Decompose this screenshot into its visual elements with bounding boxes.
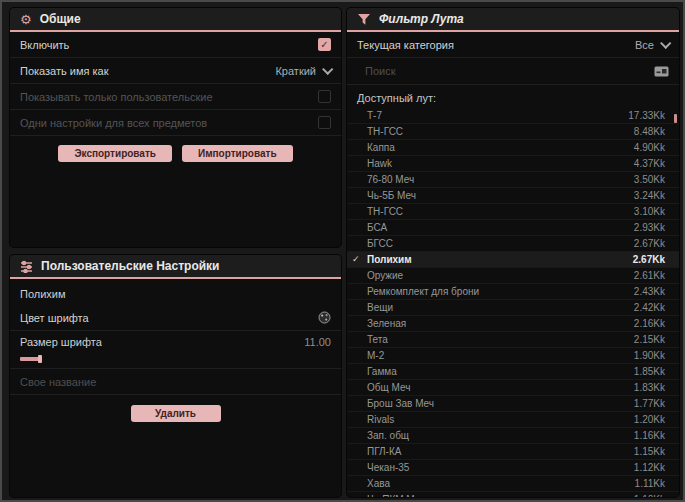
loot-item-row[interactable]: ✓ ТН-ГСС 8.48Kk [347, 124, 679, 140]
loot-item-row[interactable]: ✓ 76-80 Меч 3.50Kk [347, 172, 679, 188]
enable-checkbox[interactable]: ✓ [318, 38, 331, 51]
loot-item-name: Чекан-35 [367, 462, 409, 473]
loot-item-value: 3.24Kk [634, 190, 665, 201]
font-size-header: Размер шрифта 11.00 [20, 336, 331, 348]
loot-filter-header: Фильтр Лута [347, 8, 679, 32]
loot-item-row[interactable]: ✓ Общ Меч 1.83Kk [347, 380, 679, 396]
loot-item-row[interactable]: ✓ Чь-ПКМ Меч 1.10Kk [347, 492, 679, 497]
chevron-down-icon [322, 63, 333, 74]
loot-item-name: Гамма [367, 366, 397, 377]
loot-item-row[interactable]: ✓ Гамма 1.85Kk [347, 364, 679, 380]
loot-item-name: Тета [367, 334, 388, 345]
loot-item-value: 2.61Kk [634, 270, 665, 281]
loot-item-row[interactable]: ✓ Hawk 4.37Kk [347, 156, 679, 172]
loot-item-row[interactable]: ✓ Rivals 1.20Kk [347, 412, 679, 428]
selected-item-name: Полихим [10, 279, 341, 305]
loot-item-row[interactable]: ✓ Чь-5Б Меч 3.24Kk [347, 188, 679, 204]
loot-item-value: 4.37Kk [634, 158, 665, 169]
enable-label: Включить [20, 39, 69, 51]
check-icon: ✓ [352, 253, 360, 266]
loot-item-name: М-2 [367, 350, 384, 361]
loot-item-value: 1.16Kk [634, 430, 665, 441]
loot-item-value: 2.93Kk [634, 222, 665, 233]
slider-handle[interactable] [38, 355, 42, 363]
general-panel-header: ⚙ Общие [10, 8, 341, 32]
gear-icon: ⚙ [20, 13, 32, 26]
show-name-dropdown[interactable]: Краткий [275, 65, 331, 77]
category-dropdown[interactable]: Все [635, 39, 669, 51]
import-button[interactable]: Импортировать [182, 145, 293, 162]
enable-row: Включить ✓ [10, 32, 341, 58]
loot-item-value: 3.50Kk [634, 174, 665, 185]
delete-button[interactable]: Удалить [131, 405, 221, 422]
loot-item-row[interactable]: ✓ Ремкомплект для брони 2.43Kk [347, 284, 679, 300]
loot-item-row[interactable]: ✓ БГСС 2.67Kk [347, 236, 679, 252]
loot-item-name: Чь-ПКМ Меч [367, 494, 425, 497]
loot-item-value: 1.15Kk [634, 446, 665, 457]
loot-item-row[interactable]: ✓ Вещи 2.42Kk [347, 300, 679, 316]
loot-list: ✓ Т-7 17.33Kk ✓ ТН-ГСС 8.48Kk ✓ Каппа 4.… [347, 108, 679, 497]
loot-item-value: 1.90Kk [634, 350, 665, 361]
font-size-slider[interactable] [20, 355, 331, 363]
font-color-label: Цвет шрифта [20, 312, 89, 324]
loot-item-row[interactable]: ✓ Чекан-35 1.12Kk [347, 460, 679, 476]
loot-item-name: БГСС [367, 238, 393, 249]
search-input[interactable] [347, 58, 654, 84]
loot-item-name: Вещи [367, 302, 393, 313]
custom-settings-header: Пользовательские Настройки [10, 255, 341, 279]
font-size-value: 11.00 [304, 336, 331, 348]
chevron-down-icon [660, 37, 671, 48]
loot-item-row[interactable]: ✓ ТН-ГСС 3.10Kk [347, 204, 679, 220]
only-custom-label: Показывать только пользовательские [20, 91, 213, 103]
same-settings-label: Одни настройки для всех предметов [20, 117, 207, 129]
loot-item-row[interactable]: ✓ Зап. общ 1.16Kk [347, 428, 679, 444]
loot-item-row[interactable]: ✓ Т-7 17.33Kk [347, 108, 679, 124]
search-row [347, 58, 679, 85]
custom-name-input[interactable] [10, 369, 341, 394]
same-settings-checkbox [318, 116, 331, 129]
loot-item-row[interactable]: ✓ Тета 2.15Kk [347, 332, 679, 348]
loot-item-name: Hawk [367, 158, 392, 169]
loot-item-row[interactable]: ✓ Хава 1.11Kk [347, 476, 679, 492]
loot-item-value: 1.85Kk [634, 366, 665, 377]
general-panel: ⚙ Общие Включить ✓ Показать имя как Крат… [10, 8, 341, 247]
scrollbar-thumb[interactable] [674, 114, 677, 123]
palette-icon[interactable] [318, 311, 331, 324]
export-button[interactable]: Экспортировать [58, 145, 172, 162]
loot-item-name: БСА [367, 222, 387, 233]
loot-item-row[interactable]: ✓ Каппа 4.90Kk [347, 140, 679, 156]
slider-fill [20, 357, 40, 361]
loot-item-row[interactable]: ✓ М-2 1.90Kk [347, 348, 679, 364]
custom-settings-panel: Пользовательские Настройки Полихим Цвет … [10, 255, 341, 497]
loot-item-name: Чь-5Б Меч [367, 190, 416, 201]
loot-item-name: Т-7 [367, 110, 382, 121]
loot-item-name: Ремкомплект для брони [367, 286, 479, 297]
custom-settings-title: Пользовательские Настройки [41, 259, 219, 273]
loot-item-value: 2.43Kk [634, 286, 665, 297]
keyboard-icon[interactable] [654, 66, 669, 77]
same-settings-row: Одни настройки для всех предметов [10, 110, 341, 136]
loot-filter-panel: Фильтр Лута Текущая категория Все Доступ… [347, 8, 679, 497]
loot-item-row[interactable]: ✓ БСА 2.93Kk [347, 220, 679, 236]
loot-filter-title: Фильтр Лута [379, 12, 464, 26]
loot-item-row[interactable]: ✓ Брош Зав Меч 1.77Kk [347, 396, 679, 412]
show-name-value: Краткий [275, 65, 316, 77]
loot-item-value: 2.16Kk [634, 318, 665, 329]
loot-item-value: 1.83Kk [634, 382, 665, 393]
loot-item-name: 76-80 Меч [367, 174, 414, 185]
loot-item-name: Зап. общ [367, 430, 409, 441]
only-custom-row: Показывать только пользовательские [10, 84, 341, 110]
loot-item-name: ПГЛ-КА [367, 446, 401, 457]
sliders-icon [20, 260, 33, 273]
loot-item-name: Зеленая [367, 318, 406, 329]
loot-item-value: 1.11Kk [635, 478, 665, 489]
loot-item-row[interactable]: ✓ Зеленая 2.16Kk [347, 316, 679, 332]
loot-item-value: 17.33Kk [628, 110, 665, 121]
loot-item-name: Общ Меч [367, 382, 410, 393]
show-name-label: Показать имя как [20, 65, 109, 77]
font-size-label: Размер шрифта [20, 336, 102, 348]
check-icon: ✓ [320, 40, 328, 50]
loot-item-row[interactable]: ✓ ПГЛ-КА 1.15Kk [347, 444, 679, 460]
loot-item-row[interactable]: ✓ Полихим 2.67Kk [347, 252, 679, 268]
loot-item-row[interactable]: ✓ Оружие 2.61Kk [347, 268, 679, 284]
